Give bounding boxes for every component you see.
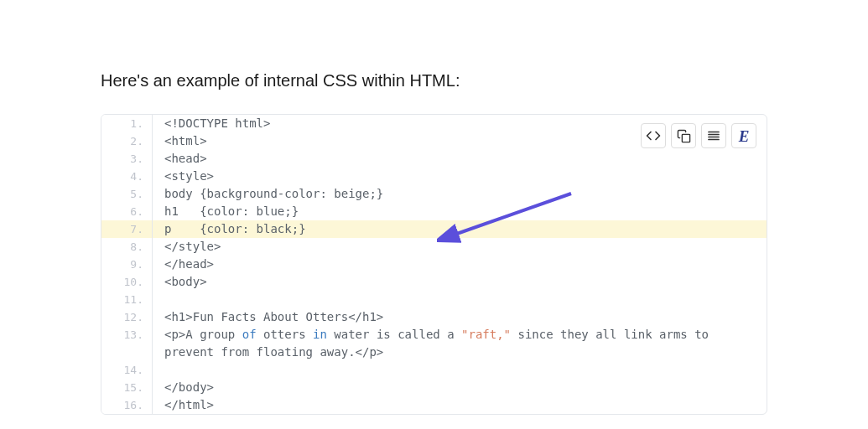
code-line: 9.</head> (101, 256, 767, 273)
code-line: 8.</style> (101, 238, 767, 256)
line-content: <body> (153, 273, 767, 291)
line-content: </head> (153, 256, 767, 273)
code-view-button[interactable] (641, 123, 666, 148)
code-line: 6.h1 {color: blue;} (101, 203, 767, 220)
line-content: </style> (153, 238, 767, 256)
list-view-button[interactable] (701, 123, 726, 148)
line-number: 5. (101, 185, 152, 203)
line-number: 16. (101, 396, 152, 414)
brand-button[interactable]: E (731, 123, 756, 148)
intro-heading: Here's an example of internal CSS within… (101, 71, 767, 90)
code-line: 12.<h1>Fun Facts About Otters</h1> (101, 308, 767, 326)
code-icon (646, 128, 661, 143)
gutter-divider (152, 361, 153, 379)
code-line: 11. (101, 291, 767, 308)
copy-icon (677, 129, 691, 143)
line-number: 10. (101, 273, 152, 291)
code-line: 3.<head> (101, 150, 767, 168)
line-content: h1 {color: blue;} (153, 203, 767, 220)
line-number: 15. (101, 379, 152, 396)
code-line: 10.<body> (101, 273, 767, 291)
gutter-divider (152, 291, 153, 308)
code-line: 16.</html> (101, 396, 767, 414)
line-content: </body> (153, 379, 767, 396)
line-content: <head> (153, 150, 767, 168)
line-number: 3. (101, 150, 152, 168)
code-line: 4.<style> (101, 168, 767, 185)
code-line: 14. (101, 361, 767, 379)
brand-e-icon: E (739, 127, 750, 145)
line-number: 2. (101, 132, 152, 150)
code-line: 15.</body> (101, 379, 767, 396)
line-content: <style> (153, 168, 767, 185)
line-number: 11. (101, 291, 152, 308)
line-number: 7. (101, 220, 152, 238)
line-content: <h1>Fun Facts About Otters</h1> (153, 308, 767, 326)
line-number: 4. (101, 168, 152, 185)
code-lines: 1.<!DOCTYPE html>2.<html>3.<head>4.<styl… (101, 115, 767, 414)
line-number: 1. (101, 115, 152, 132)
code-line: 13.<p>A group of otters in water is call… (101, 326, 767, 361)
code-toolbar: E (641, 123, 756, 148)
svg-rect-0 (682, 134, 689, 142)
line-number: 14. (101, 361, 152, 379)
code-block: E 1.<!DOCTYPE html>2.<html>3.<head>4.<st… (101, 114, 767, 415)
line-content: body {background-color: beige;} (153, 185, 767, 203)
line-number: 9. (101, 256, 152, 273)
line-content: p {color: black;} (153, 220, 767, 238)
code-line: 5.body {background-color: beige;} (101, 185, 767, 203)
list-icon (706, 128, 721, 143)
line-content: </html> (153, 396, 767, 414)
code-line: 7.p {color: black;} (101, 220, 767, 238)
copy-button[interactable] (671, 123, 696, 148)
line-number: 13. (101, 326, 152, 344)
line-number: 8. (101, 238, 152, 256)
line-number: 12. (101, 308, 152, 326)
line-number: 6. (101, 203, 152, 220)
line-content: <p>A group of otters in water is called … (153, 326, 767, 361)
